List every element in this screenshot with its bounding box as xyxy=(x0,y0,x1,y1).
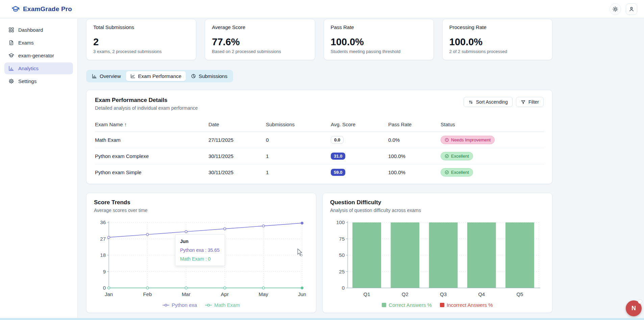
legend-item[interactable]: Math Exam xyxy=(205,302,240,308)
svg-text:Mar: Mar xyxy=(182,291,191,297)
table-row[interactable]: Math Exam 27/11/2025 0 0.0 0.0% Needs Im… xyxy=(95,132,544,148)
legend-label: Incorrect Answers % xyxy=(447,302,493,308)
svg-text:9: 9 xyxy=(103,269,106,274)
svg-text:0: 0 xyxy=(103,285,106,291)
column-header-pass-rate[interactable]: Pass Rate xyxy=(388,117,441,132)
grid-icon xyxy=(8,27,14,33)
svg-text:100: 100 xyxy=(336,219,345,225)
tab-label: Submissions xyxy=(199,73,227,79)
chart-column-icon xyxy=(92,74,97,79)
exam-name-cell: Math Exam xyxy=(95,132,208,148)
score-trends-legend: Python exaMath Exam xyxy=(94,302,308,308)
sort-button-label: Sort Ascending xyxy=(476,99,508,105)
legend-item[interactable]: Correct Answers % xyxy=(382,302,432,308)
stat-cards-row: Total Submissions 2 3 exams, 2 processed… xyxy=(86,19,552,60)
stat-card-subtitle: Based on 2 processed submissions xyxy=(212,49,308,54)
question-difficulty-legend: Correct Answers %Incorrect Answers % xyxy=(330,302,545,308)
pass-rate-cell: 0.0% xyxy=(388,132,441,148)
user-menu-button[interactable] xyxy=(626,3,637,15)
sidebar-item-exams[interactable]: Exams xyxy=(4,37,73,49)
graduation-cap-icon xyxy=(11,5,20,13)
line-chart-icon xyxy=(130,74,135,79)
legend-label: Correct Answers % xyxy=(389,302,432,308)
sidebar-item-exam-generator[interactable]: exam-generator xyxy=(4,50,73,61)
sidebar-item-dashboard[interactable]: Dashboard xyxy=(4,24,73,36)
tab-exam-performance[interactable]: Exam Performance xyxy=(126,71,186,81)
column-header-submissions[interactable]: Submissions xyxy=(266,117,331,132)
svg-text:Jan: Jan xyxy=(105,291,113,297)
sidebar-item-label: Dashboard xyxy=(18,27,43,33)
square-marker-icon xyxy=(382,303,386,307)
question-difficulty-chart[interactable]: 0255075100Q1Q2Q3Q4Q5 xyxy=(330,217,545,301)
chart-tooltip: Jun Python exa : 35.65 Math Exam : 0 xyxy=(175,234,225,266)
score-trends-panel: Score Trends Average scores over time 09… xyxy=(86,193,316,313)
sidebar-item-label: exam-generator xyxy=(18,53,54,58)
stat-card-subtitle: 3 exams, 2 processed submissions xyxy=(93,49,189,54)
stat-card-total-submissions: Total Submissions 2 3 exams, 2 processed… xyxy=(86,19,196,60)
stat-card-value: 100.0% xyxy=(449,36,545,48)
tab-overview[interactable]: Overview xyxy=(88,71,125,81)
sun-icon xyxy=(612,6,618,12)
table-row[interactable]: Python exam Complexe 30/11/2025 1 31.0 1… xyxy=(95,148,544,164)
stat-card-processing-rate: Processing Rate 100.0% 2 of 2 submission… xyxy=(442,19,552,60)
chart-column-icon xyxy=(8,65,14,71)
pass-rate-cell: 100.0% xyxy=(388,164,441,181)
exam-performance-panel: Exam Performance Details Detailed analys… xyxy=(86,90,552,184)
svg-text:18: 18 xyxy=(100,252,106,258)
stat-card-pass-rate: Pass Rate 100.0% Students meeting passin… xyxy=(324,19,434,60)
file-icon xyxy=(8,40,14,46)
table-row[interactable]: Python exam Simple 30/11/2025 1 59.0 100… xyxy=(95,164,544,181)
fab-label: N xyxy=(631,305,636,312)
tooltip-series-value: Math Exam : 0 xyxy=(180,256,220,262)
legend-item[interactable]: Incorrect Answers % xyxy=(440,302,493,308)
check-circle-icon xyxy=(445,154,449,158)
check-circle-icon xyxy=(445,170,449,175)
svg-text:Q3: Q3 xyxy=(440,291,447,297)
tab-submissions[interactable]: Submissions xyxy=(187,71,232,81)
filter-button[interactable]: Filter xyxy=(516,97,544,107)
column-header-exam-name[interactable]: Exam Name ↑ xyxy=(95,117,208,132)
status-badge: Needs Improvement xyxy=(441,136,495,144)
column-header-date[interactable]: Date xyxy=(208,117,266,132)
sidebar-item-label: Settings xyxy=(18,78,36,84)
svg-text:Q2: Q2 xyxy=(402,291,408,297)
stat-card-value: 100.0% xyxy=(331,36,427,48)
notification-fab[interactable]: N xyxy=(626,300,642,316)
chart-subtitle: Analysis of question difficulty across e… xyxy=(330,208,545,213)
stat-card-title: Average Score xyxy=(212,24,308,30)
column-header-status[interactable]: Status xyxy=(441,117,544,132)
gear-icon xyxy=(8,78,14,84)
status-badge: Excellent xyxy=(441,152,473,160)
status-badge: Excellent xyxy=(441,168,473,177)
column-header-avg-score[interactable]: Avg. Score xyxy=(331,117,388,132)
svg-text:50: 50 xyxy=(339,252,345,258)
stat-card-title: Processing Rate xyxy=(449,24,545,30)
notification-dot xyxy=(638,299,642,304)
legend-item[interactable]: Python exa xyxy=(163,302,197,308)
tooltip-series-value: Python exa : 35.65 xyxy=(180,247,220,253)
stat-card-average-score: Average Score 77.6% Based on 2 processed… xyxy=(205,19,315,60)
sort-ascending-button[interactable]: Sort Ascending xyxy=(464,97,513,107)
sidebar-item-label: Exams xyxy=(18,40,34,46)
sort-up-indicator: ↑ xyxy=(124,122,127,127)
square-marker-icon xyxy=(440,303,444,307)
filter-button-label: Filter xyxy=(528,99,539,105)
svg-text:Q1: Q1 xyxy=(364,291,370,297)
stat-card-subtitle: 2 of 2 submissions processed xyxy=(449,49,545,54)
sidebar: Dashboard Exams exam-generator Analytics xyxy=(0,19,78,320)
sidebar-item-label: Analytics xyxy=(18,65,39,71)
date-cell: 27/11/2025 xyxy=(208,132,266,148)
svg-text:25: 25 xyxy=(339,269,345,274)
sidebar-item-analytics[interactable]: Analytics xyxy=(4,62,73,74)
theme-toggle-button[interactable] xyxy=(610,3,621,15)
sidebar-item-settings[interactable]: Settings xyxy=(4,75,73,87)
svg-text:May: May xyxy=(258,291,268,297)
stat-card-title: Total Submissions xyxy=(93,24,189,30)
stat-card-subtitle: Students meeting passing threshold xyxy=(331,49,427,54)
funnel-icon xyxy=(521,100,526,105)
analytics-tabs: Overview Exam Performance Submissions xyxy=(86,70,233,82)
exam-name-cell: Python exam Complexe xyxy=(95,148,208,164)
graduation-cap-icon xyxy=(8,53,14,58)
svg-text:Q4: Q4 xyxy=(478,291,485,297)
svg-text:Apr: Apr xyxy=(221,291,229,297)
